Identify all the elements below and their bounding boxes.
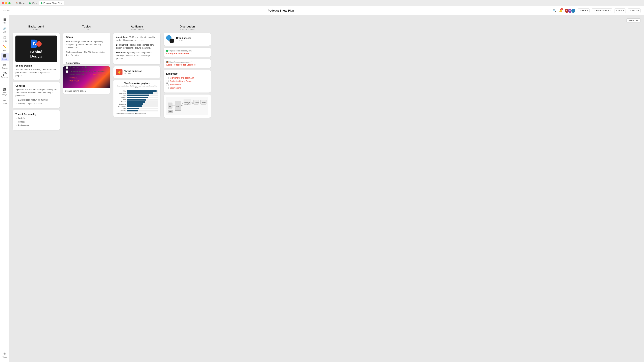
bar-fill	[127, 92, 153, 94]
sidebar-item-column[interactable]: ▤ Column	[1, 62, 9, 70]
chart-title: Top Growing Geographies	[116, 82, 158, 84]
card-brand-assets[interactable]: Brand assets 7 cards	[164, 33, 211, 46]
tab-home-label: Home	[19, 2, 25, 4]
content-header: 0 Unsorted	[13, 18, 641, 22]
chevron-down-icon: ▾	[587, 10, 588, 11]
sidebar-item-draw[interactable]: ✏ Draw	[1, 97, 9, 106]
card-spotify-link[interactable]: https://podcasters.spotify.com/ Spotify …	[164, 48, 211, 57]
photo-caption: Susan's lighting design	[63, 88, 110, 94]
equipment-title: Equipment	[166, 72, 208, 75]
search-icon[interactable]: 🔍	[552, 8, 557, 13]
about-section: About them: 25-60 year olds, interested …	[116, 35, 158, 41]
draw-icon: ✏	[3, 99, 6, 102]
bar-fill	[127, 108, 139, 109]
minimize-button[interactable]	[5, 2, 8, 4]
bar-row: China	[116, 99, 158, 101]
sidebar-item-board[interactable]: ⬛ Board	[1, 53, 9, 61]
bar-label: Singapore	[116, 103, 126, 105]
shield-link[interactable]: Sound shield	[170, 83, 182, 86]
chart-bars: Chile Argentina Peru Mexico	[116, 90, 158, 111]
chevron-down-icon: ▾	[623, 10, 624, 11]
bar-row: Peru	[116, 95, 158, 96]
mic-checkbox[interactable]	[166, 77, 168, 79]
column-title-topics: Topics	[63, 25, 110, 28]
avatar-3: C	[571, 8, 576, 13]
note-icon: ☰	[3, 18, 6, 21]
launch-episode-checkbox[interactable]	[66, 70, 68, 73]
spotify-link-title[interactable]: Spotify for Podcasters	[166, 52, 208, 55]
sidebar-label-add-image: Add image	[1, 92, 8, 96]
bar-fill	[127, 110, 138, 111]
sidebar-label-board: Board	[2, 58, 7, 60]
sidebar-item-note[interactable]: ☰ Note	[1, 16, 9, 25]
tab-podcast-label: Podcast Show Plan	[44, 2, 62, 4]
launch-bold: Launch Episode 01	[70, 71, 88, 73]
titlebar: 🏠 Home Work Podcast Show Plan	[0, 0, 644, 6]
list-item: Each episode will run for 30 mins	[18, 98, 57, 102]
tab-home[interactable]: 🏠 Home	[14, 1, 27, 5]
bar-label: Mexico	[116, 97, 126, 98]
card-goals[interactable]: Goals Establish design awareness for upc…	[63, 33, 110, 64]
equip-item-shield: Sound shield	[166, 83, 208, 86]
card-target-audience[interactable]: 👋 Target audience 14 cards	[114, 66, 160, 78]
column-subtitle-background: 3 cards	[13, 28, 60, 31]
tone-list: Inciteful Honest Professional	[16, 117, 57, 127]
goals-description: Establish design awareness for upcoming …	[66, 40, 108, 49]
bar-row: Chile	[116, 90, 158, 92]
main-layout: ☰ Note 🔗 Link ☑ To-do ✏️ Line ⬛ Board ▤ …	[0, 15, 644, 362]
sidebar-item-add-image[interactable]: 🖼 Add image	[1, 86, 9, 97]
looking-section: Looking for: First-hand experiences from…	[116, 43, 158, 49]
zoom-checkbox[interactable]	[166, 87, 168, 89]
export-button[interactable]: Export ▾	[614, 8, 626, 13]
bar-track	[127, 95, 158, 96]
frustrated-label: Frustrated by:	[116, 51, 130, 54]
sidebar-item-more[interactable]: ⋯	[1, 80, 9, 86]
card-concept[interactable]: Concept A podcast that that interviews g…	[13, 82, 60, 108]
apple-link-title[interactable]: Apple Podcasts for Creators	[166, 63, 208, 66]
sidebar-item-comment[interactable]: 💬 Comment	[1, 71, 9, 79]
saved-status: Saved	[3, 9, 10, 12]
target-info: Target audience 14 cards	[124, 70, 142, 74]
board-icon: ⬛	[3, 54, 6, 58]
due-label: Due 30 Jul	[70, 80, 108, 82]
publish-share-button[interactable]: Publish & share ▾	[592, 8, 612, 13]
bar-fill	[127, 95, 149, 96]
bar-label: Peru	[116, 95, 126, 96]
zoom-button[interactable]: Zoom out	[628, 8, 641, 13]
chart-footer: Translate our podcast for these coutnrie…	[116, 113, 158, 115]
bar-track	[127, 92, 158, 94]
deliverables-title: Deliverables:	[66, 62, 108, 64]
sidebar-item-link[interactable]: 🔗 Link	[1, 25, 9, 34]
close-button[interactable]	[2, 2, 4, 4]
notification-button[interactable]: 🔔 21	[559, 9, 562, 12]
sidebar-item-trash[interactable]: 🗑 Trash	[1, 351, 9, 359]
list-item: Inciteful	[18, 117, 57, 120]
bar-track	[127, 110, 158, 111]
create-brand-checkbox[interactable]	[66, 66, 68, 69]
list-item: Professional	[18, 124, 57, 127]
zoom-link[interactable]: Zoom phone	[170, 87, 181, 89]
card-audience-info[interactable]: About them: 25-60 year olds, interested …	[114, 33, 160, 64]
maximize-button[interactable]	[8, 2, 10, 4]
link-icon: 🔗	[3, 27, 6, 30]
audition-link[interactable]: Adobe Audition software	[170, 80, 192, 82]
frustrated-section: Frustrated by: Lengthy reading and the i…	[116, 51, 158, 60]
spotify-url: https://podcasters.spotify.com/	[166, 50, 208, 52]
shield-checkbox[interactable]	[166, 83, 168, 86]
bar-label: Netherlands	[116, 105, 126, 107]
tab-podcast[interactable]: Podcast Show Plan	[39, 1, 64, 5]
card-apple-link[interactable]: 🍎 https://podcasters.apple.com/ Apple Po…	[164, 59, 211, 68]
column-header-distribution: Distribution 1 board, 4 cards	[164, 25, 211, 31]
audition-checkbox[interactable]	[166, 80, 168, 82]
column-subtitle-audience: 1 board, 2 cards	[114, 28, 160, 31]
column-title-distribution: Distribution	[164, 25, 211, 28]
tab-work[interactable]: Work	[27, 1, 38, 5]
mic-link[interactable]: Microphone and boom arm	[170, 77, 194, 79]
tab-work-label: Work	[32, 2, 37, 4]
card-tone[interactable]: Tone & Personality Inciteful Honest Prof…	[13, 110, 60, 130]
sidebar-item-todo[interactable]: ☑ To-do	[1, 34, 9, 43]
goals-secondary: Attain an audience of 20,000 listeners i…	[66, 51, 108, 57]
sidebar-item-line[interactable]: ✏️ Line	[1, 44, 9, 52]
editors-button[interactable]: Editors ▾	[578, 8, 590, 13]
card-behind-design[interactable]: B BehindDesign Behind Design An in-depth…	[13, 33, 60, 80]
